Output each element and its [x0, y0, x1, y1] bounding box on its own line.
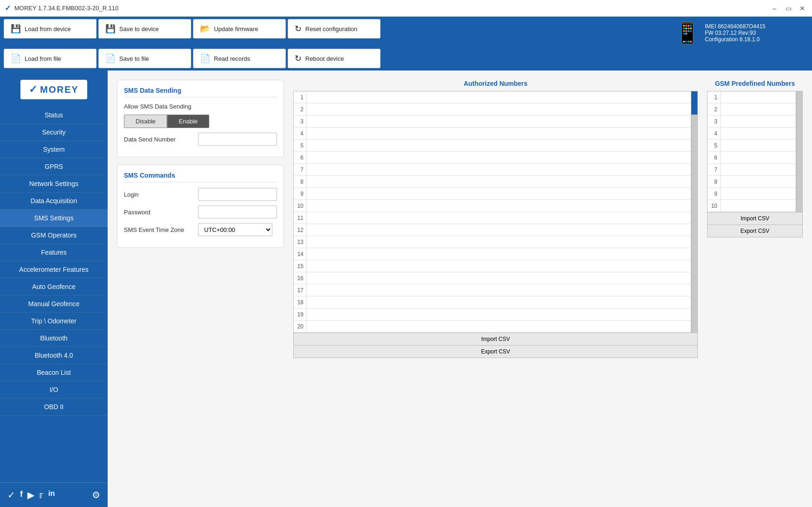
auth-number-input[interactable] — [307, 103, 691, 115]
gsm-number-input[interactable] — [721, 188, 796, 199]
gsm-number-input[interactable] — [721, 116, 796, 127]
gsm-number-input[interactable] — [721, 91, 796, 103]
sidebar-item-beacon-list[interactable]: Beacon List — [0, 364, 108, 381]
reboot-device-button[interactable]: ↻ Reboot device — [288, 49, 380, 68]
auth-number-row: 13 — [294, 236, 691, 248]
disable-button[interactable]: Disable — [124, 115, 167, 128]
auth-number-input[interactable] — [307, 116, 691, 127]
sidebar-item-bluetooth-4[interactable]: Bluetooth 4.0 — [0, 347, 108, 364]
gsm-number-input[interactable] — [721, 128, 796, 139]
auth-number-input[interactable] — [307, 140, 691, 151]
sidebar-item-status[interactable]: Status — [0, 107, 108, 124]
auth-number-row: 7 — [294, 164, 691, 176]
gsm-row-index: 2 — [708, 103, 721, 115]
gsm-number-input[interactable] — [721, 164, 796, 175]
load-from-file-button[interactable]: 📄 Load from file — [4, 49, 97, 68]
auth-row-index: 8 — [294, 176, 307, 187]
maximize-button[interactable]: ▭ — [783, 3, 793, 13]
youtube-icon[interactable]: ▶ — [27, 489, 34, 501]
sidebar-item-features[interactable]: Features — [0, 244, 108, 261]
read-records-button[interactable]: 📄 Read records — [193, 49, 286, 68]
auth-number-row: 5 — [294, 140, 691, 152]
sidebar-item-accelerometer-features[interactable]: Accelerometer Features — [0, 261, 108, 278]
auth-number-row: 1 — [294, 91, 691, 103]
sidebar-item-network-settings[interactable]: Network Settings — [0, 175, 108, 193]
gsm-number-input[interactable] — [721, 176, 796, 187]
auth-import-csv-button[interactable]: Import CSV — [293, 333, 698, 346]
auth-number-input[interactable] — [307, 284, 691, 296]
gsm-number-input[interactable] — [721, 152, 796, 163]
sidebar-item-auto-geofence[interactable]: Auto Geofence — [0, 278, 108, 295]
auth-row-index: 19 — [294, 308, 307, 320]
auth-number-row: 4 — [294, 128, 691, 140]
load-from-device-button[interactable]: 💾 Load from device — [4, 19, 97, 39]
sidebar-item-gsm-operators[interactable]: GSM Operators — [0, 227, 108, 244]
gsm-number-input[interactable] — [721, 200, 796, 212]
auth-number-input[interactable] — [307, 296, 691, 308]
auth-number-input[interactable] — [307, 152, 691, 163]
gsm-number-row: 8 — [708, 176, 796, 188]
auth-number-row: 8 — [294, 176, 691, 188]
password-input[interactable] — [198, 205, 277, 218]
authorized-numbers-list-inner: 1 2 3 4 5 6 7 8 9 10 — [294, 91, 691, 333]
gsm-export-csv-button[interactable]: Export CSV — [707, 225, 803, 237]
gsm-number-row: 5 — [708, 140, 796, 152]
sidebar-item-manual-geofence[interactable]: Manual Geofence — [0, 295, 108, 313]
sidebar-item-data-acquisition[interactable]: Data Acquisition — [0, 193, 108, 210]
authorized-numbers-scrollbar[interactable] — [691, 91, 697, 333]
gsm-import-csv-button[interactable]: Import CSV — [707, 212, 803, 225]
sidebar-item-security[interactable]: Security — [0, 124, 108, 141]
sidebar-item-sms-settings[interactable]: SMS Settings — [0, 210, 108, 227]
gsm-row-index: 5 — [708, 140, 721, 151]
save-to-device-button[interactable]: 💾 Save to device — [98, 19, 191, 39]
auth-number-input[interactable] — [307, 321, 691, 332]
auth-number-input[interactable] — [307, 176, 691, 187]
morey-icon[interactable]: ✓ — [7, 489, 15, 501]
sidebar-item-trip-odometer[interactable]: Trip \ Odometer — [0, 313, 108, 330]
auth-row-index: 7 — [294, 164, 307, 175]
sidebar-item-obd-ii[interactable]: OBD II — [0, 398, 108, 416]
timezone-select[interactable]: UTC+00:00 UTC-12:00 UTC-11:00 UTC-10:00 … — [198, 223, 272, 236]
auth-number-input[interactable] — [307, 236, 691, 248]
auth-scrollbar-thumb — [691, 91, 697, 115]
reset-config-button[interactable]: ↻ Reset configuration — [288, 19, 380, 39]
linkedin-icon[interactable]: in — [48, 489, 55, 501]
auth-export-csv-button[interactable]: Export CSV — [293, 346, 698, 358]
auth-row-index: 3 — [294, 116, 307, 127]
auth-row-index: 4 — [294, 128, 307, 139]
auth-number-input[interactable] — [307, 188, 691, 199]
auth-number-input[interactable] — [307, 248, 691, 260]
close-button[interactable]: ✕ — [797, 3, 807, 13]
sidebar-item-io[interactable]: I/O — [0, 381, 108, 398]
facebook-icon[interactable]: f — [20, 489, 23, 501]
twitter-icon[interactable]: 𝕣 — [39, 489, 44, 501]
gear-icon[interactable]: ⚙ — [92, 489, 100, 501]
auth-number-input[interactable] — [307, 91, 691, 103]
enable-button[interactable]: Enable — [167, 115, 209, 128]
auth-number-input[interactable] — [307, 272, 691, 284]
gsm-scrollbar[interactable] — [796, 91, 802, 212]
gsm-number-input[interactable] — [721, 103, 796, 115]
gsm-number-input[interactable] — [721, 140, 796, 151]
app-logo: ✓ MOREY — [20, 80, 87, 99]
sms-commands-title: SMS Commands — [124, 172, 277, 182]
login-label: Login — [124, 191, 198, 198]
data-send-number-input[interactable] — [198, 133, 277, 146]
sidebar-item-gprs[interactable]: GPRS — [0, 158, 108, 175]
login-input[interactable] — [198, 188, 277, 201]
auth-number-input[interactable] — [307, 308, 691, 320]
save-to-file-button[interactable]: 📄 Save to file — [98, 49, 191, 68]
auth-row-index: 12 — [294, 224, 307, 236]
auth-row-index: 9 — [294, 188, 307, 199]
minimize-button[interactable]: – — [769, 3, 780, 13]
auth-number-input[interactable] — [307, 128, 691, 139]
auth-number-input[interactable] — [307, 200, 691, 212]
auth-number-input[interactable] — [307, 212, 691, 224]
sidebar-item-bluetooth[interactable]: Bluetooth — [0, 330, 108, 347]
update-firmware-button[interactable]: 📂 Update firmware — [193, 19, 286, 39]
auth-number-input[interactable] — [307, 224, 691, 236]
auth-number-input[interactable] — [307, 260, 691, 272]
data-send-number-row: Data Send Number — [124, 133, 277, 146]
sidebar-item-system[interactable]: System — [0, 141, 108, 158]
auth-number-input[interactable] — [307, 164, 691, 175]
